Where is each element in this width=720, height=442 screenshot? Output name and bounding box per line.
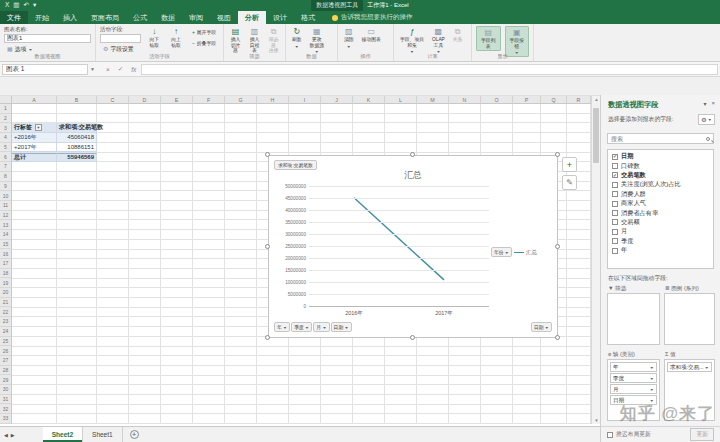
row-header-17[interactable]: 17: [0, 259, 12, 269]
column-header-B[interactable]: B: [57, 96, 97, 104]
row-header-19[interactable]: 19: [0, 278, 12, 288]
row-header-27[interactable]: 27: [0, 356, 12, 366]
row-header-21[interactable]: 21: [0, 298, 12, 308]
drill-down-button[interactable]: ↓ 向下钻取: [145, 26, 163, 49]
chart-selection-handle[interactable]: [265, 335, 270, 340]
pivot-cell-label[interactable]: +2017年: [12, 143, 57, 153]
row-header-18[interactable]: 18: [0, 269, 12, 279]
refresh-button[interactable]: ↻ 刷新 ▼: [290, 26, 304, 50]
pivot-cell-label[interactable]: 总计: [12, 153, 57, 163]
chart-selection-handle[interactable]: [555, 335, 560, 340]
column-header-G[interactable]: G: [225, 96, 257, 104]
pivot-chart[interactable]: 求和项:交易笔数 汇总 年份 ▼ 汇总 年▼季度▼月▼日期▼ 日期 ▼ 0500…: [268, 155, 558, 338]
row-header-16[interactable]: 16: [0, 249, 12, 259]
field-checkbox[interactable]: [612, 219, 618, 225]
row-header-3[interactable]: 3: [0, 123, 12, 133]
pane-tools-button[interactable]: ⚙ ▼: [698, 114, 715, 125]
enter-button[interactable]: ✓: [115, 65, 126, 73]
save-icon[interactable]: ▥: [13, 2, 19, 9]
field-checkbox[interactable]: [612, 182, 618, 188]
row-header-13[interactable]: 13: [0, 220, 12, 230]
field-item-7[interactable]: 交易额: [608, 218, 713, 227]
field-item-3[interactable]: 关注度(浏览人次)占比: [608, 180, 713, 189]
column-header-A[interactable]: A: [12, 96, 57, 104]
pane-close-icon[interactable]: ×: [711, 100, 715, 107]
field-item-8[interactable]: 月: [608, 227, 713, 236]
axis-field-button-1[interactable]: 季度▼: [291, 322, 312, 332]
chart-selection-handle[interactable]: [555, 152, 560, 157]
field-checkbox[interactable]: [612, 191, 618, 197]
field-item-9[interactable]: 季度: [608, 237, 713, 246]
column-header-N[interactable]: N: [449, 96, 481, 104]
field-item-10[interactable]: 年: [608, 246, 713, 255]
row-header-9[interactable]: 9: [0, 182, 12, 192]
column-header-M[interactable]: M: [417, 96, 449, 104]
row-header-24[interactable]: 24: [0, 327, 12, 337]
field-item-1[interactable]: 口碑数: [608, 161, 713, 170]
row-header-8[interactable]: 8: [0, 172, 12, 182]
column-header-L[interactable]: L: [385, 96, 417, 104]
column-header-Q[interactable]: Q: [541, 96, 567, 104]
move-chart-button[interactable]: ▭ 移动图表: [360, 26, 383, 44]
formula-input[interactable]: [141, 64, 718, 75]
pivot-cell-value[interactable]: 求和项:交易笔数: [57, 123, 97, 133]
field-list[interactable]: ✓日期口碑数✓交易笔数关注度(浏览人次)占比消费人群商家人气消费者占有率交易额月…: [607, 149, 714, 269]
column-header-H[interactable]: H: [257, 96, 289, 104]
row-header-7[interactable]: 7: [0, 162, 12, 172]
row-header-26[interactable]: 26: [0, 346, 12, 356]
row-header-33[interactable]: 33: [0, 414, 12, 424]
ribbon-tab-1[interactable]: 开始: [28, 11, 56, 24]
legend-field-button[interactable]: 年份 ▼: [491, 247, 512, 257]
row-header-22[interactable]: 22: [0, 307, 12, 317]
ribbon-tab-4[interactable]: 公式: [126, 11, 154, 24]
pivot-cell-value[interactable]: 45060418: [57, 133, 97, 143]
legend-area[interactable]: [664, 293, 715, 345]
pane-options-caret-icon[interactable]: ▾: [703, 100, 706, 107]
axis-field-button-2[interactable]: 月▼: [313, 322, 329, 332]
row-header-10[interactable]: 10: [0, 191, 12, 201]
sheet-nav-icon-0[interactable]: ◀: [4, 432, 8, 438]
drill-up-button[interactable]: ↑ 向上钻取: [167, 26, 185, 49]
ribbon-tab-6[interactable]: 审阅: [182, 11, 210, 24]
insert-slicer-button[interactable]: ▤ 插入 切片器: [228, 26, 243, 55]
row-header-31[interactable]: 31: [0, 395, 12, 405]
chart-selection-handle[interactable]: [410, 335, 415, 340]
tell-me-box[interactable]: 告诉我您想要执行的操作: [332, 11, 413, 24]
column-header-O[interactable]: O: [481, 96, 513, 104]
ribbon-tab-9[interactable]: 设计: [266, 11, 294, 24]
sheet-tab-sheet2[interactable]: Sheet2: [43, 427, 83, 442]
field-checkbox[interactable]: ✓: [612, 154, 618, 160]
axis-field-button-0[interactable]: 年▼: [274, 322, 290, 332]
field-item-6[interactable]: 消费者占有率: [608, 208, 713, 217]
row-header-15[interactable]: 15: [0, 240, 12, 250]
ribbon-tab-7[interactable]: 视图: [210, 11, 238, 24]
field-checkbox[interactable]: ✓: [612, 172, 618, 178]
row-header-32[interactable]: 32: [0, 404, 12, 414]
sheet-nav-icon-1[interactable]: ▶: [11, 432, 15, 438]
field-checkbox[interactable]: [612, 201, 618, 207]
column-header-P[interactable]: P: [513, 96, 541, 104]
column-header-D[interactable]: D: [129, 96, 161, 104]
column-header-E[interactable]: E: [161, 96, 193, 104]
select-all-corner[interactable]: [0, 96, 12, 104]
qat-customize-icon[interactable]: ▾: [33, 2, 36, 9]
field-checkbox[interactable]: [612, 229, 618, 235]
row-header-28[interactable]: 28: [0, 366, 12, 376]
row-labels-filter-icon[interactable]: ▾: [35, 124, 42, 131]
chart-selection-handle[interactable]: [265, 244, 270, 249]
filters-area[interactable]: [607, 293, 660, 345]
field-checkbox[interactable]: [612, 238, 618, 244]
row-header-30[interactable]: 30: [0, 385, 12, 395]
undo-icon[interactable]: ↶: [24, 2, 29, 9]
vertical-scrollbar[interactable]: ▲ ▼: [591, 96, 600, 424]
column-header-C[interactable]: C: [97, 96, 129, 104]
row-header-12[interactable]: 12: [0, 211, 12, 221]
ribbon-tab-10[interactable]: 格式: [294, 11, 322, 24]
ribbon-tab-8[interactable]: 分析: [238, 11, 266, 24]
row-header-1[interactable]: 1: [0, 104, 12, 114]
row-header-23[interactable]: 23: [0, 317, 12, 327]
cancel-button[interactable]: ×: [103, 66, 113, 73]
pivot-cell-label[interactable]: +2016年: [12, 133, 57, 143]
ribbon-tab-3[interactable]: 页面布局: [84, 11, 126, 24]
change-data-source-button[interactable]: ▦ 更改 数据源 ▼: [308, 26, 326, 55]
